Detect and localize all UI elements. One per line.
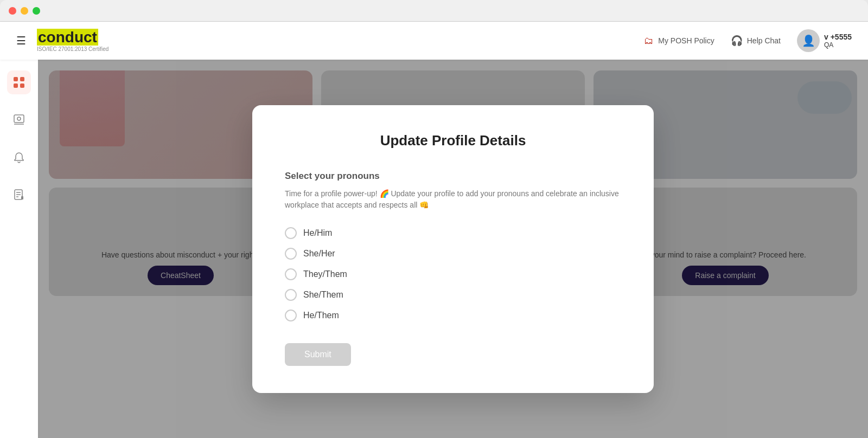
pronoun-option-shethem[interactable]: She/Them: [285, 289, 621, 301]
svg-rect-3: [20, 83, 24, 88]
pronoun-option-sheher[interactable]: She/Her: [285, 248, 621, 260]
pronoun-label-theythem: They/Them: [303, 269, 347, 279]
radio-sheher[interactable]: [285, 248, 297, 260]
main-layout: ...workouts, head to the Have questions …: [0, 60, 868, 438]
window-chrome: [0, 0, 868, 22]
user-role: QA: [824, 41, 852, 49]
sidebar: [0, 60, 38, 438]
svg-rect-1: [20, 77, 24, 81]
modal-overlay[interactable]: Update Profile Details Select your prono…: [38, 60, 868, 438]
radio-theythem[interactable]: [285, 268, 297, 280]
maximize-button[interactable]: [33, 7, 40, 15]
radio-hehim[interactable]: [285, 227, 297, 239]
avatar: 👤: [797, 29, 820, 52]
close-button[interactable]: [9, 7, 16, 15]
svg-rect-4: [14, 115, 24, 123]
pronoun-label-sheher: She/Her: [303, 249, 335, 259]
user-info: v +5555 QA: [824, 33, 852, 49]
chat-label: Help Chat: [747, 36, 781, 45]
logo-highlight: conduct: [37, 29, 98, 46]
logo: conduct ISO/IEC 27001:2013 Certified: [37, 30, 108, 52]
user-name: v +5555: [824, 33, 852, 41]
avatar-icon: 👤: [802, 34, 815, 47]
content-wrapper: ...workouts, head to the Have questions …: [38, 60, 868, 438]
pronoun-option-theythem[interactable]: They/Them: [285, 268, 621, 280]
minimize-button[interactable]: [21, 7, 28, 15]
sidebar-item-notifications[interactable]: [7, 145, 31, 169]
modal-title: Update Profile Details: [285, 132, 621, 149]
header-nav: 🗂 My POSH Policy 🎧 Help Chat 👤 v +5555 Q…: [644, 29, 852, 52]
pronoun-label-hehim: He/Him: [303, 228, 332, 238]
logo-certified: ISO/IEC 27001:2013 Certified: [37, 46, 108, 52]
policy-label: My POSH Policy: [658, 36, 714, 45]
modal-description: Time for a profile power-up! 🌈 Update yo…: [285, 188, 621, 211]
sidebar-item-profile[interactable]: [7, 108, 31, 132]
app-container: ☰ conduct ISO/IEC 27001:2013 Certified 🗂…: [0, 22, 868, 438]
update-profile-modal: Update Profile Details Select your prono…: [252, 105, 654, 393]
policy-nav-item[interactable]: 🗂 My POSH Policy: [644, 35, 714, 47]
svg-point-6: [17, 117, 21, 120]
headset-icon: 🎧: [731, 35, 743, 47]
header: ☰ conduct ISO/IEC 27001:2013 Certified 🗂…: [0, 22, 868, 60]
sidebar-item-resources[interactable]: [7, 183, 31, 207]
svg-rect-2: [14, 83, 18, 88]
pronouns-list: He/Him She/Her They/Them: [285, 227, 621, 321]
modal-section-title: Select your pronouns: [285, 171, 621, 182]
pronoun-label-hethem: He/Them: [303, 311, 339, 320]
logo-text: conduct: [37, 30, 108, 45]
sidebar-item-grid[interactable]: [7, 70, 31, 94]
pronoun-option-hethem[interactable]: He/Them: [285, 310, 621, 321]
radio-hethem[interactable]: [285, 310, 297, 321]
radio-shethem[interactable]: [285, 289, 297, 301]
traffic-lights: [9, 7, 40, 15]
hamburger-button[interactable]: ☰: [16, 34, 26, 47]
user-profile-nav[interactable]: 👤 v +5555 QA: [797, 29, 852, 52]
pronoun-label-shethem: She/Them: [303, 290, 343, 300]
policy-icon: 🗂: [644, 35, 654, 47]
svg-rect-0: [14, 77, 18, 81]
svg-rect-11: [21, 196, 23, 199]
pronoun-option-hehim[interactable]: He/Him: [285, 227, 621, 239]
chat-nav-item[interactable]: 🎧 Help Chat: [731, 35, 781, 47]
submit-button[interactable]: Submit: [285, 343, 351, 366]
